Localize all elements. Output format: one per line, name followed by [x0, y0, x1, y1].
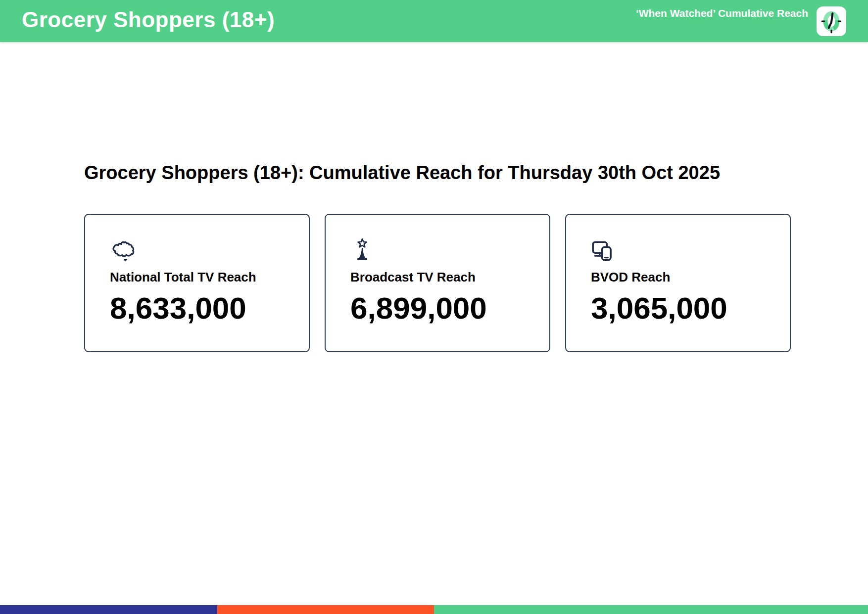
clock-icon: [817, 6, 846, 36]
app-header: Grocery Shoppers (18+) ‘When Watched’ Cu…: [0, 0, 868, 42]
devices-icon: [591, 237, 775, 263]
stat-card-broadcast-tv: Broadcast TV Reach 6,899,000: [325, 214, 550, 352]
footer-segment-green: [434, 605, 868, 614]
card-value: 8,633,000: [110, 293, 294, 324]
header-right-group: ‘When Watched’ Cumulative Reach: [636, 6, 846, 36]
stat-card-national-total-tv: National Total TV Reach 8,633,000: [84, 214, 310, 352]
card-label: National Total TV Reach: [110, 270, 294, 284]
card-value: 6,899,000: [350, 293, 534, 324]
app-title: Grocery Shoppers (18+): [22, 7, 275, 32]
stat-card-bvod: BVOD Reach 3,065,000: [565, 214, 791, 352]
footer-segment-blue: [0, 605, 217, 614]
footer-segment-orange: [217, 605, 434, 614]
header-subtitle: ‘When Watched’ Cumulative Reach: [636, 7, 808, 19]
card-label: BVOD Reach: [591, 270, 775, 284]
page-heading: Grocery Shoppers (18+): Cumulative Reach…: [84, 163, 720, 182]
footer-color-bar: [0, 605, 868, 614]
stat-cards-row: National Total TV Reach 8,633,000 Broadc…: [84, 214, 791, 352]
australia-map-icon: [110, 237, 294, 263]
card-label: Broadcast TV Reach: [350, 270, 534, 284]
card-value: 3,065,000: [591, 293, 775, 324]
broadcast-tower-icon: [350, 237, 534, 263]
